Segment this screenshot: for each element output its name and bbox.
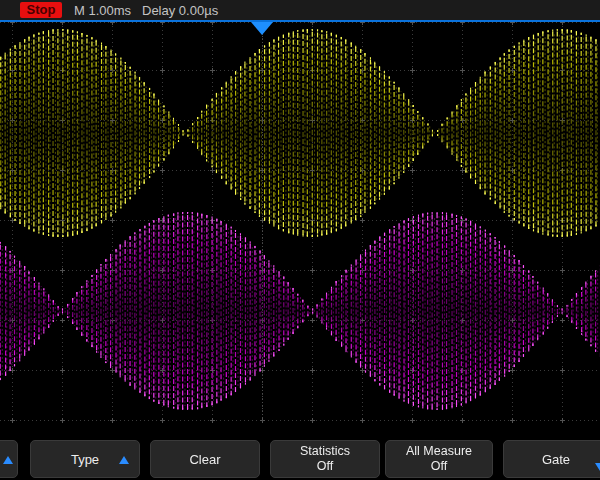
up-arrow-icon xyxy=(3,456,13,464)
trigger-position-marker xyxy=(251,22,273,35)
timebase-label: M 1.00ms xyxy=(74,3,131,18)
type-button[interactable]: Type xyxy=(30,440,140,478)
menu-page-arrow-button[interactable] xyxy=(0,440,18,478)
run-state-badge: Stop xyxy=(20,2,62,18)
gate-button[interactable]: Gate xyxy=(503,440,600,478)
oscilloscope-screen: Stop M 1.00ms Delay 0.00µs Type Clear St… xyxy=(0,0,600,480)
clear-button-label: Clear xyxy=(189,452,220,467)
down-arrow-icon xyxy=(595,463,600,471)
up-arrow-icon xyxy=(119,456,129,464)
type-button-label: Type xyxy=(71,452,99,467)
all-measure-button-value: Off xyxy=(431,459,447,474)
delay-label: Delay 0.00µs xyxy=(142,3,218,18)
clear-button[interactable]: Clear xyxy=(150,440,260,478)
status-bar: Stop M 1.00ms Delay 0.00µs xyxy=(0,0,600,20)
softkey-menu-bar: Type Clear Statistics Off All Measure Of… xyxy=(0,440,600,478)
statistics-button[interactable]: Statistics Off xyxy=(270,440,380,478)
gate-button-label: Gate xyxy=(542,452,570,467)
statistics-button-label: Statistics xyxy=(300,444,350,459)
trigger-divider-line xyxy=(0,20,600,22)
all-measure-button-label: All Measure xyxy=(406,444,472,459)
all-measure-button[interactable]: All Measure Off xyxy=(385,440,493,478)
statistics-button-value: Off xyxy=(317,459,333,474)
waveform-display xyxy=(0,0,600,480)
